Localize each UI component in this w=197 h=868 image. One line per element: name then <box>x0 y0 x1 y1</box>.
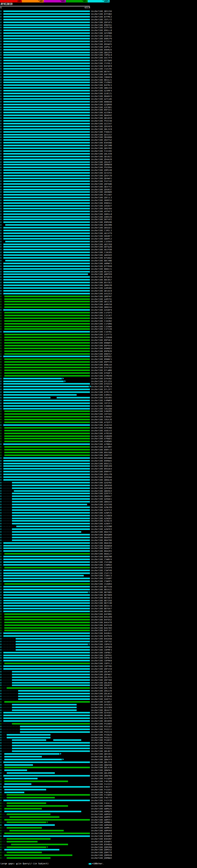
hit-bar[interactable] <box>4 764 33 766</box>
hit-label[interactable]: UniRef100_A7QZF2 <box>91 421 112 424</box>
hit-label[interactable]: UniRef100_A7PY39 <box>91 27 112 29</box>
hit-bar[interactable] <box>12 523 90 524</box>
hit-bar[interactable] <box>3 715 90 716</box>
hit-label[interactable]: UniRef100_A2WVF7 <box>91 523 112 525</box>
hit-label[interactable]: UniRef100_Q2V9B0 <box>91 32 112 34</box>
hit-label[interactable]: UniRef100_A5BYQ1 <box>91 35 112 37</box>
hit-bar[interactable] <box>12 520 90 522</box>
hit-label[interactable]: UniRef100_B6SXZ2 <box>91 588 112 591</box>
hit-bar[interactable] <box>3 835 90 837</box>
hit-label[interactable]: UniRef100_D7L2P7 <box>91 388 112 391</box>
hit-bar[interactable] <box>4 616 90 618</box>
hit-label[interactable]: UniRef100_B9NWF8 <box>91 342 112 344</box>
hit-bar[interactable] <box>12 531 81 533</box>
hit-label[interactable]: UniRef100_C5WXP1 <box>91 580 112 583</box>
hit-label[interactable]: UniRef100_A8MTF1 <box>91 819 112 821</box>
hit-bar[interactable] <box>3 120 90 122</box>
hit-label[interactable]: UniRef100_B4FQF0 <box>91 65 112 67</box>
hit-label[interactable]: UniRef100_B9NRD3 <box>91 347 112 350</box>
hit-label[interactable]: UniRef100_P44037 <box>91 739 112 741</box>
hit-label[interactable]: UniRef100_Q84WV1 <box>91 177 112 180</box>
hit-bar[interactable] <box>3 32 90 34</box>
hit-bar[interactable] <box>3 16 90 18</box>
hit-bar[interactable] <box>3 219 90 220</box>
hit-label[interactable]: UniRef100_A8IYK8 <box>91 243 112 246</box>
hit-bar[interactable] <box>12 682 90 684</box>
hit-bar[interactable] <box>3 284 90 286</box>
hit-label[interactable]: UniRef100_Q00X20 <box>91 284 112 287</box>
hit-label[interactable]: UniRef100_A8J4T9 <box>91 232 112 235</box>
hit-bar[interactable] <box>4 630 90 631</box>
hit-bar[interactable] <box>3 635 90 637</box>
hit-bar[interactable] <box>7 857 51 859</box>
hit-bar[interactable] <box>3 71 90 72</box>
hit-label[interactable]: UniRef100_B4G4T6 <box>91 621 112 624</box>
hit-label[interactable]: UniRef100_Q8VYN3 <box>91 147 112 150</box>
hit-bar[interactable] <box>3 400 90 401</box>
hit-label[interactable]: UniRef100_Q9FYW4 <box>91 679 112 681</box>
hit-bar[interactable] <box>4 824 55 826</box>
hit-bar[interactable] <box>3 473 90 475</box>
hit-label[interactable]: UniRef100_C5WVL5 <box>91 575 112 577</box>
hit-bar[interactable] <box>4 701 90 703</box>
hit-label[interactable]: UniRef100_B7FMC2 <box>91 16 112 18</box>
hit-label[interactable]: UniRef100_B4FDS2 <box>91 619 112 621</box>
hit-bar[interactable] <box>3 775 90 777</box>
hit-bar[interactable] <box>4 306 90 308</box>
hit-label[interactable]: UniRef100_B9SGK4 <box>91 468 112 470</box>
hit-label[interactable]: UniRef100_A2XBE8 <box>91 515 112 517</box>
hit-bar[interactable] <box>4 662 90 664</box>
hit-label[interactable]: UniRef100_O65099 <box>91 720 112 722</box>
hit-bar[interactable] <box>3 145 90 146</box>
hit-bar[interactable] <box>3 465 90 467</box>
hit-bar[interactable] <box>3 556 90 557</box>
hit-label[interactable]: UniRef100_B3H0Q4 <box>91 843 112 846</box>
hit-bar[interactable] <box>3 244 90 245</box>
hit-label[interactable]: UniRef100_B9T6W9 <box>91 59 112 62</box>
hit-bar[interactable] <box>16 641 90 642</box>
hit-label[interactable]: UniRef100_B9SWV5 <box>91 43 112 45</box>
hit-bar[interactable] <box>3 199 90 201</box>
hit-label[interactable]: UniRef100_Q8LDE5 <box>91 755 112 758</box>
hit-label[interactable]: UniRef100_B9P4K2 <box>91 339 112 341</box>
hit-label[interactable]: UniRef100_A8MNG4 <box>91 821 112 824</box>
hit-label[interactable]: UniRef100_B9PFX9 <box>91 361 112 363</box>
hit-bar[interactable] <box>3 632 90 634</box>
hit-bar[interactable] <box>4 359 90 360</box>
hit-bar[interactable] <box>4 789 46 790</box>
hit-bar[interactable] <box>3 202 90 204</box>
hit-bar[interactable] <box>4 780 68 782</box>
hit-label[interactable]: UniRef100_B8C0S7 <box>91 279 112 281</box>
hit-bar[interactable] <box>5 224 90 226</box>
hit-label[interactable]: UniRef100_A4RY91 <box>91 298 112 301</box>
hit-bar[interactable] <box>4 759 62 760</box>
hit-label[interactable]: UniRef100_Q8LHJ0 <box>91 766 112 769</box>
hit-bar[interactable] <box>3 712 90 713</box>
hit-label[interactable]: UniRef100_A4S2G3 <box>91 292 112 295</box>
hit-bar[interactable] <box>4 753 59 755</box>
hit-label[interactable]: UniRef100_Q8H0W9 <box>91 191 112 193</box>
hit-label[interactable]: UniRef100_Q2QYN2 <box>91 482 112 484</box>
hit-label[interactable]: UniRef100_C0PDJ4 <box>91 657 112 659</box>
hit-bar[interactable] <box>4 413 90 415</box>
hit-bar[interactable] <box>4 808 42 809</box>
hit-bar[interactable] <box>3 276 90 278</box>
hit-label[interactable]: UniRef100_C1E1K7 <box>91 314 112 317</box>
hit-label[interactable]: UniRef100_C0SXJ6 <box>91 418 112 421</box>
hit-label[interactable]: UniRef100_B9NLA4 <box>91 364 112 366</box>
hit-label[interactable]: UniRef100_A8JFD0 <box>91 248 112 251</box>
hit-label[interactable]: UniRef100_Q9MBW3 <box>91 857 112 859</box>
hit-bar[interactable] <box>4 296 90 297</box>
hit-bar[interactable] <box>4 449 90 451</box>
hit-bar[interactable] <box>3 106 90 108</box>
hit-label[interactable]: UniRef100_B4GE68 <box>91 638 112 640</box>
hit-bar[interactable] <box>7 838 51 840</box>
hit-bar[interactable] <box>3 268 90 270</box>
hit-label[interactable]: UniRef100_A5C7F4 <box>91 57 112 59</box>
hit-bar[interactable] <box>4 430 90 431</box>
hit-label[interactable]: UniRef100_C0PFL2 <box>91 662 112 665</box>
hit-bar[interactable] <box>4 433 90 434</box>
hit-label[interactable]: UniRef100_B9FSV1 <box>91 109 112 111</box>
hit-bar[interactable] <box>7 827 42 829</box>
hit-label[interactable]: UniRef100_C0PTN5 <box>91 665 112 668</box>
